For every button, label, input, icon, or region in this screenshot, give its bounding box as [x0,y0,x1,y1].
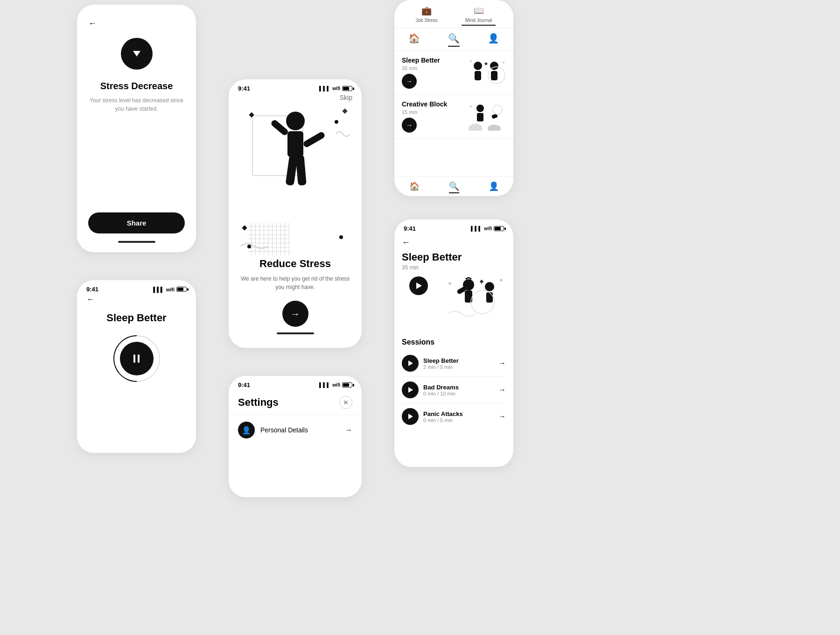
session-row-play-2[interactable] [402,381,419,398]
play-icon-3 [408,414,413,419]
session-row-play-1[interactable] [402,355,419,372]
battery-5 [494,226,504,231]
status-bar: 9:41 ▌▌▌ wifi [77,280,196,295]
svg-point-12 [470,60,472,62]
stress-decrease-description: Your stress level has decreased since yo… [88,96,185,113]
svg-point-7 [474,62,482,70]
wave-deco [240,241,268,251]
reduce-stress-screen: 9:41 ▌▌▌ wifi Skip [229,79,362,348]
status-time-6: 9:41 [238,381,250,388]
player-circle[interactable] [113,335,160,382]
detail-content: Sleep Better 35 min [394,251,513,271]
arrow-down-icon [133,51,140,56]
main-nav: 🏠 🔍 👤 [394,28,513,51]
session-creative-block-play[interactable]: → [402,118,417,133]
status-bar-6: 9:41 ▌▌▌ wifi [229,376,362,390]
svg-rect-29 [480,280,483,283]
stress-decrease-title: Stress Decrease [100,81,173,92]
home-bottom-nav[interactable]: 🏠 [409,181,420,193]
settings-screen: 9:41 ▌▌▌ wifi Settings ✕ 👤 Personal Deta… [229,376,362,497]
tab-mind-journal[interactable]: 📖 Mind Journal [462,4,496,26]
bottom-nav-bar: 🏠 🔍 👤 [394,176,513,196]
session-row-name-1: Sleep Better [423,357,494,364]
play-icon-1 [408,360,413,366]
down-arrow-button[interactable] [121,38,153,70]
person-illustration [256,111,335,204]
stress-decrease-screen: ← Stress Decrease Your stress level has … [77,5,196,252]
mind-journal-icon: 📖 [474,6,484,16]
session-row-info-2: Bad Dreams 0 min / 10 min [423,384,494,396]
session-creative-block-name: Creative Block [402,100,464,108]
settings-row-arrow[interactable]: → [345,426,352,434]
dot-deco-2 [339,235,343,239]
settings-title: Settings [238,396,279,409]
settings-personal-details-row[interactable]: 👤 Personal Details → [229,415,362,445]
diamond-deco-2 [242,225,247,230]
session-row-sleep-better[interactable]: Sleep Better 2 min / 5 min → [402,350,506,377]
reduce-stress-description: We are here to help you get rid of the s… [238,275,352,291]
session-row-arrow-1[interactable]: → [498,359,506,367]
detail-duration: 35 min [402,264,506,271]
sleep-playing-title: Sleep Better [106,312,166,324]
share-button[interactable]: Share [88,212,185,233]
browse-sessions-screen: 💼 Job Stress 📖 Mind Journal 🏠 🔍 👤 Sleep … [394,0,513,196]
session-row-info-3: Panic Attacks 0 min / 5 min [423,410,494,423]
session-row-arrow-2[interactable]: → [498,386,506,394]
session-row-bad-dreams[interactable]: Bad Dreams 0 min / 10 min → [402,377,506,403]
wifi-6: wifi [332,382,340,388]
wifi-icon: wifi [166,287,175,292]
svg-rect-14 [484,62,488,65]
session-creative-block[interactable]: Creative Block 15 min → [394,95,513,139]
back-icon[interactable]: ← [86,295,95,304]
session-row-play-3[interactable] [402,408,419,425]
dot-deco-1 [335,120,338,124]
status-icons-3: ▌▌▌ wifi [319,86,352,91]
profile-bottom-nav[interactable]: 👤 [489,181,499,193]
settings-close-button[interactable]: ✕ [339,396,352,409]
back-icon[interactable]: ← [88,19,97,28]
svg-rect-6 [342,108,347,113]
session-row-time-3: 0 min / 5 min [423,417,494,423]
signal-icon-3: ▌▌▌ [319,86,330,91]
sleep-better-illustration [469,59,506,87]
close-icon: ✕ [343,399,349,406]
sessions-heading: Sessions [402,338,506,346]
session-row-info-1: Sleep Better 2 min / 5 min [423,357,494,370]
status-time-3: 9:41 [238,85,250,92]
search-bottom-nav[interactable]: 🔍 [449,181,459,193]
reduce-stress-title: Reduce Stress [259,258,331,270]
signal-6: ▌▌▌ [319,382,330,388]
session-row-panic-attacks[interactable]: Panic Attacks 0 min / 5 min → [402,403,506,430]
back-button-5[interactable]: ← [402,238,506,247]
skip-button[interactable]: Skip [340,94,352,101]
next-button[interactable]: → [282,301,308,327]
search-nav-icon[interactable]: 🔍 [448,33,460,47]
detail-title: Sleep Better [402,251,506,263]
signal-icon: ▌▌▌ [153,287,164,292]
session-sleep-better[interactable]: Sleep Better 35 min → [394,51,513,95]
svg-rect-1 [287,131,303,157]
settings-personal-details-label: Personal Details [260,426,339,434]
session-sleep-better-play[interactable]: → [402,74,417,89]
session-row-arrow-3[interactable]: → [498,412,506,421]
creative-illustration-svg [469,103,506,131]
status-time-5: 9:41 [404,225,416,232]
pause-icon [133,354,140,363]
battery-icon-3 [342,86,352,91]
wifi-5: wifi [484,226,492,231]
home-nav-icon[interactable]: 🏠 [408,33,420,47]
svg-rect-3 [302,131,325,148]
creative-block-illustration [469,103,506,131]
profile-nav-icon[interactable]: 👤 [488,33,499,47]
wave-deco-2 [336,129,350,139]
session-row-time-1: 2 min / 5 min [423,364,494,370]
svg-point-25 [485,282,494,291]
svg-point-18 [469,124,483,131]
person-icon: 👤 [242,426,251,435]
tab-job-stress[interactable]: 💼 Job Stress [412,4,441,26]
pause-button[interactable] [120,342,154,375]
tab-mind-journal-label: Mind Journal [465,18,492,23]
svg-point-27 [448,282,451,285]
svg-point-13 [503,62,504,64]
arrow-right-icon: → [406,78,413,85]
